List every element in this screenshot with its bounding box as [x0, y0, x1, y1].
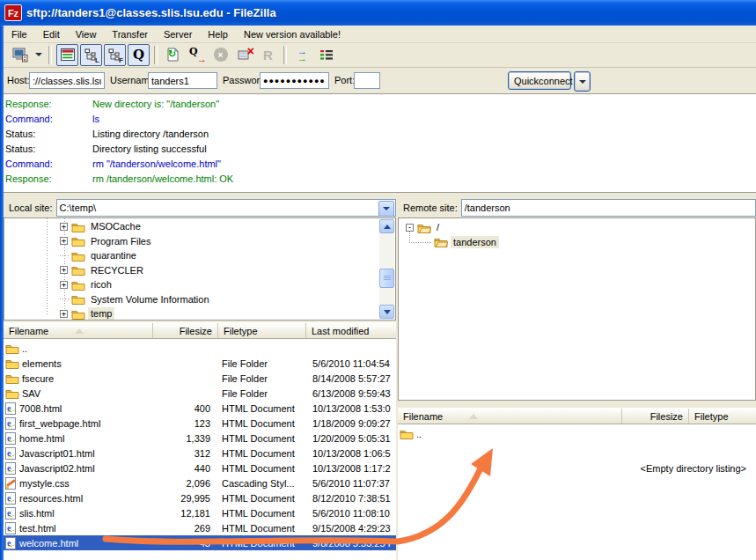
html-file-icon: e [5, 537, 16, 549]
tree-connector [60, 255, 69, 256]
scroll-thumb[interactable] [379, 269, 394, 288]
tree-expander[interactable]: + [60, 281, 68, 289]
file-type-cell: HTML Document [218, 538, 306, 549]
local-tree-scrollbar[interactable] [379, 219, 394, 319]
site-manager-button[interactable] [9, 44, 31, 66]
file-name: Javascript02.html [19, 463, 95, 474]
password-input[interactable] [260, 72, 329, 89]
folder-icon [71, 250, 85, 262]
tree-item-recycler[interactable]: +RECYCLER [4, 263, 395, 278]
column-header-filetype[interactable]: Filetype [689, 409, 756, 424]
html-file-icon: e [5, 462, 16, 475]
file-row-welcome-html[interactable]: ewelcome.html43HTML Document9/8/2008 5:3… [4, 535, 396, 550]
file-row-[interactable]: .. [4, 341, 396, 356]
column-header-filetype[interactable]: Filetype [218, 323, 306, 338]
local-site-dropdown[interactable] [378, 201, 394, 217]
local-tree-letter: L [95, 56, 99, 64]
menu-item-view[interactable]: View [68, 27, 105, 41]
file-type-cell: HTML Document [218, 508, 306, 519]
tree-expander[interactable]: + [60, 223, 68, 231]
folder-icon [5, 343, 19, 354]
file-row-test-html[interactable]: etest.html269HTML Document9/15/2008 4:29… [4, 520, 396, 535]
process-queue-button[interactable]: Q → [186, 44, 208, 66]
toggle-queue-button[interactable]: Q [128, 44, 150, 66]
folder-icon [71, 221, 85, 232]
scroll-up-button[interactable] [379, 219, 394, 233]
file-name: mystyle.css [19, 478, 70, 489]
local-site-bar: Local site: C:\temp\ [4, 198, 396, 217]
tree-expander[interactable]: + [60, 266, 68, 274]
tree-expander[interactable]: + [60, 237, 68, 245]
site-manager-dropdown[interactable] [33, 44, 44, 66]
file-name-cell: e7008.html [4, 402, 153, 415]
file-row-javascript01-html[interactable]: eJavascript01.html312HTML Document10/13/… [4, 446, 396, 461]
column-header-filesize[interactable]: Filesize [622, 409, 689, 424]
column-header-filesize[interactable]: Filesize [153, 323, 218, 338]
file-row-first-webpage-html[interactable]: efirst_webpage.html123HTML Document1/18/… [4, 416, 396, 431]
menu-item-transfer[interactable]: Transfer [104, 27, 156, 41]
folder-icon [5, 372, 19, 384]
column-header-lastmodified[interactable]: Last modified [306, 323, 396, 338]
menu-item-help[interactable]: Help [200, 27, 236, 41]
quickconnect-dropdown[interactable] [574, 71, 591, 92]
file-row-slis-html[interactable]: eslis.html12,181HTML Document5/6/2010 11… [4, 505, 396, 520]
host-input[interactable] [29, 72, 105, 89]
file-row-sav[interactable]: SAVFile Folder6/13/2008 9:59:43 [4, 386, 396, 401]
tree-item-label: temp [88, 307, 114, 320]
tree-item-ricoh[interactable]: +ricoh [4, 277, 395, 292]
tree-item-[interactable]: -/ [399, 220, 755, 235]
local-list-header: Filename Filesize Filetype Last modified [4, 322, 396, 339]
tree-expander[interactable]: - [406, 224, 414, 232]
toggle-message-log-button[interactable] [56, 44, 78, 66]
file-row-[interactable]: .. [398, 426, 756, 441]
local-site-value: C:\temp\ [60, 203, 97, 213]
menu-item-server[interactable]: Server [156, 27, 200, 41]
file-row-7008-html[interactable]: e7008.html400HTML Document10/13/2008 1:5… [4, 401, 396, 416]
file-name: test.html [19, 523, 56, 534]
file-row-home-html[interactable]: ehome.html1,339HTML Document1/20/2009 5:… [4, 431, 396, 446]
tree-item-label: / [434, 221, 442, 233]
column-header-filename[interactable]: Filename [398, 409, 622, 424]
filter-button[interactable] [315, 44, 337, 66]
window-title: sftp://tanders1@classes.slis.lsu.edu - F… [26, 6, 276, 19]
file-row-mystyle-css[interactable]: mystyle.css2,096Cascading Styl...5/6/201… [4, 475, 396, 490]
file-modified-cell: 10/13/2008 1:17:2 [306, 463, 396, 474]
menu-item-file[interactable]: File [4, 27, 35, 41]
compare-directories-button[interactable]: →→ [291, 44, 313, 66]
file-name: resources.html [19, 493, 83, 504]
file-size-cell: 440 [153, 463, 218, 474]
tree-item-system-volume-information[interactable]: System Volume Information [4, 292, 395, 307]
file-row-elements[interactable]: elementsFile Folder5/6/2010 11:04:54 [4, 356, 396, 371]
file-row-javascript02-html[interactable]: eJavascript02.html440HTML Document10/13/… [4, 461, 396, 475]
menu-item-edit[interactable]: Edit [35, 27, 68, 41]
file-row-resources-html[interactable]: eresources.html29,995HTML Document8/12/2… [4, 490, 396, 505]
title-bar[interactable]: Fz sftp://tanders1@classes.slis.lsu.edu … [0, 0, 756, 26]
scroll-down-button[interactable] [379, 305, 394, 319]
file-name-cell: SAV [4, 387, 153, 399]
tree-item-msocache[interactable]: +MSOCache [4, 219, 395, 234]
refresh-button[interactable]: ↻ [162, 44, 184, 66]
tree-expander[interactable]: + [60, 310, 68, 318]
tree-item-tanderson[interactable]: tanderson [399, 235, 755, 250]
filter-icon [319, 49, 334, 61]
toggle-local-tree-button[interactable]: L [80, 44, 102, 66]
disconnect-button[interactable]: × [233, 44, 255, 66]
remote-site-combo[interactable]: /tanderson [461, 199, 756, 217]
column-header-filename[interactable]: Filename [4, 323, 153, 338]
file-row-fsecure[interactable]: fsecureFile Folder8/14/2008 5:57:27 [4, 371, 396, 386]
tree-item-program-files[interactable]: +Program Files [4, 234, 395, 249]
menu-item-new-version-available[interactable]: New version available! [236, 27, 349, 41]
tree-item-quarantine[interactable]: quarantine [4, 248, 395, 263]
quickconnect-button[interactable]: Quickconnect [508, 71, 571, 90]
cancel-icon: × [214, 48, 228, 62]
log-entry-type: Command: [5, 114, 53, 124]
file-modified-cell: 10/13/2008 1:06:5 [306, 448, 396, 459]
toggle-remote-tree-button[interactable]: F [104, 44, 126, 66]
username-input[interactable] [148, 72, 217, 89]
tree-item-temp[interactable]: +temp [4, 306, 395, 321]
port-input[interactable] [354, 72, 380, 89]
log-entry-text: ls [92, 114, 99, 124]
folder-icon [5, 387, 19, 399]
local-site-combo[interactable]: C:\temp\ [56, 199, 396, 217]
file-type-cell: File Folder [218, 358, 306, 369]
